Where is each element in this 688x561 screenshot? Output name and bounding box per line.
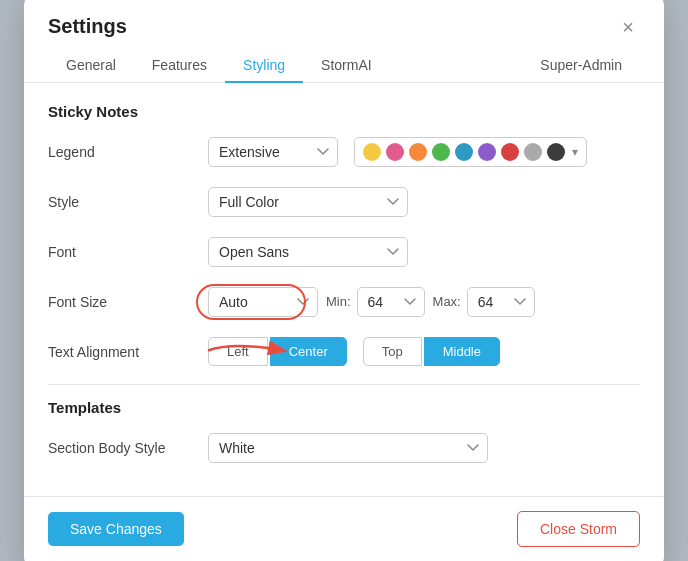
templates-section-title: Templates	[48, 399, 640, 416]
color-dot-red[interactable]	[501, 143, 519, 161]
horizontal-align-group: Left Center	[208, 337, 347, 366]
max-label: Max:	[433, 294, 461, 309]
font-size-select[interactable]: Auto	[208, 287, 318, 317]
color-dot-orange[interactable]	[409, 143, 427, 161]
vertical-align-group: Top Middle	[363, 337, 500, 366]
color-dot-blue[interactable]	[455, 143, 473, 161]
modal-body: Sticky Notes Legend Extensive	[24, 83, 664, 496]
min-select[interactable]: 64	[357, 287, 425, 317]
color-dot-yellow[interactable]	[363, 143, 381, 161]
max-select[interactable]: 64	[467, 287, 535, 317]
text-alignment-row: Text Alignment Left C	[48, 334, 640, 370]
font-row: Font Open Sans	[48, 234, 640, 270]
align-top-button[interactable]: Top	[363, 337, 422, 366]
legend-select[interactable]: Extensive	[208, 137, 338, 167]
style-select[interactable]: Full Color	[208, 187, 408, 217]
tab-general[interactable]: General	[48, 49, 134, 83]
legend-row: Legend Extensive	[48, 134, 640, 170]
section-body-style-row: Section Body Style White	[48, 430, 640, 466]
text-alignment-label: Text Alignment	[48, 344, 208, 360]
save-changes-button[interactable]: Save Changes	[48, 512, 184, 546]
section-body-style-select[interactable]: White	[208, 433, 488, 463]
tab-stormai[interactable]: StormAI	[303, 49, 390, 83]
alignment-control: Left Center Top Middle	[208, 337, 640, 366]
tab-super-admin[interactable]: Super-Admin	[522, 49, 640, 83]
min-label: Min:	[326, 294, 351, 309]
modal-title: Settings	[48, 15, 127, 38]
font-size-label: Font Size	[48, 294, 208, 310]
section-body-style-control: White	[208, 433, 640, 463]
tab-styling[interactable]: Styling	[225, 49, 303, 83]
legend-control: Extensive ▾	[208, 137, 640, 167]
color-dot-dark[interactable]	[547, 143, 565, 161]
font-size-control: Auto Min: 64 Max: 64	[208, 287, 640, 317]
align-center-button[interactable]: Center	[270, 337, 347, 366]
font-control: Open Sans	[208, 237, 640, 267]
color-chevron-icon: ▾	[572, 145, 578, 159]
modal-footer: Save Changes Close Storm	[24, 496, 664, 562]
tab-features[interactable]: Features	[134, 49, 225, 83]
font-select[interactable]: Open Sans	[208, 237, 408, 267]
color-dots-container: ▾	[354, 137, 587, 167]
section-divider	[48, 384, 640, 385]
color-dot-gray[interactable]	[524, 143, 542, 161]
align-middle-button[interactable]: Middle	[424, 337, 500, 366]
font-size-row: Font Size Auto Min: 64 Max: 64	[48, 284, 640, 320]
section-body-style-label: Section Body Style	[48, 440, 208, 456]
close-modal-button[interactable]: ×	[616, 15, 640, 39]
color-dot-green[interactable]	[432, 143, 450, 161]
style-label: Style	[48, 194, 208, 210]
legend-label: Legend	[48, 144, 208, 160]
style-row: Style Full Color	[48, 184, 640, 220]
modal-header: Settings ×	[24, 0, 664, 39]
min-group: Min: 64	[326, 287, 425, 317]
style-control: Full Color	[208, 187, 640, 217]
align-left-button[interactable]: Left	[208, 337, 268, 366]
color-dot-purple[interactable]	[478, 143, 496, 161]
font-label: Font	[48, 244, 208, 260]
sticky-notes-section-title: Sticky Notes	[48, 103, 640, 120]
close-storm-button[interactable]: Close Storm	[517, 511, 640, 547]
tabs-bar: General Features Styling StormAI Super-A…	[24, 39, 664, 83]
settings-modal: Settings × General Features Styling Stor…	[24, 0, 664, 561]
modal-overlay: Settings × General Features Styling Stor…	[0, 0, 688, 561]
max-group: Max: 64	[433, 287, 535, 317]
color-dot-pink[interactable]	[386, 143, 404, 161]
